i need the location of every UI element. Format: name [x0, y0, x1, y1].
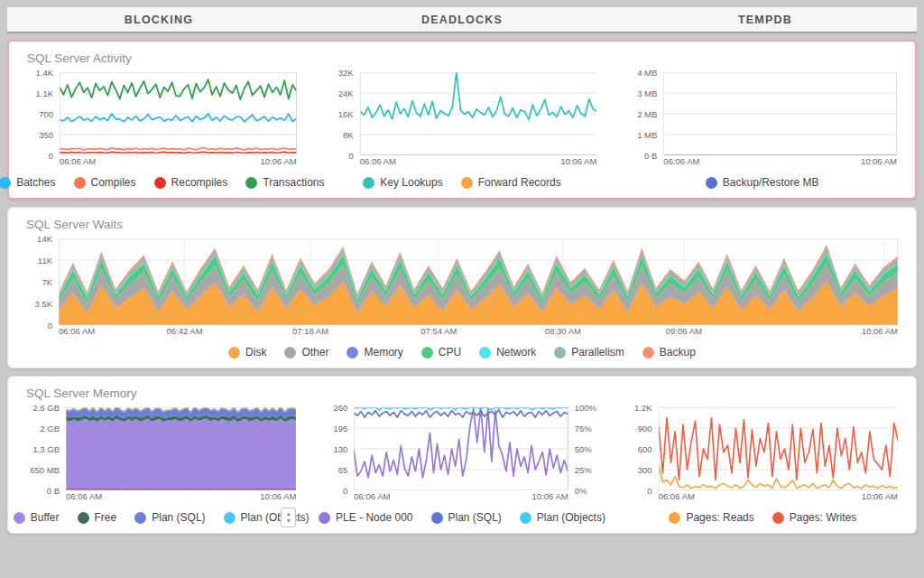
- legend-scroll-stepper[interactable]: ▲▼: [281, 508, 296, 527]
- right-y-axis-label: 75%: [575, 424, 592, 434]
- y-axis-label: 300: [638, 465, 652, 475]
- tab-tempdb[interactable]: TEMPDB: [614, 7, 917, 32]
- y-axis-label: 2 GB: [40, 424, 60, 434]
- legend-item[interactable]: Key Lookups: [363, 176, 442, 189]
- x-axis-label: 07:18 AM: [292, 326, 328, 336]
- y-axis-label: 3.5K: [34, 299, 52, 309]
- legend-label: Parallelism: [571, 346, 624, 359]
- waits-panel-title: SQL Server Waits: [26, 218, 901, 231]
- y-axis: 1.4K1.1K7003500: [23, 72, 56, 155]
- x-axis-label: 06:06 AM: [659, 491, 695, 501]
- plan-sql-legend-swatch: [431, 512, 443, 524]
- y-axis: 1.2K9006003000: [624, 407, 655, 490]
- y-axis-label: 0 B: [644, 151, 657, 161]
- legend-label: Plan (SQL): [448, 511, 502, 524]
- legend-label: Backup/Restore MB: [723, 176, 819, 189]
- legend-label: Pages: Reads: [686, 511, 753, 524]
- key-lookups-legend-swatch: [363, 177, 374, 189]
- ple-legend-swatch: [319, 512, 330, 524]
- panel-sql-server-activity: SQL Server Activity 1.4K1.1K700350006:06…: [7, 40, 917, 200]
- x-axis-label: 06:42 AM: [166, 326, 202, 336]
- y-axis-label: 14K: [37, 234, 52, 244]
- y-axis-label: 130: [333, 444, 347, 454]
- recompiles-legend-swatch: [154, 177, 166, 189]
- x-axis: 06:06 AM10:06 AM: [663, 155, 897, 167]
- legend-item[interactable]: Network: [479, 346, 536, 359]
- legend-item[interactable]: Memory: [346, 346, 402, 359]
- legend-item[interactable]: Other: [284, 346, 328, 359]
- y-axis-label: 0: [343, 486, 347, 496]
- y-axis-label: 0: [348, 151, 353, 161]
- legend-item[interactable]: Parallelism: [554, 346, 624, 359]
- legend-item[interactable]: Plan (Objects): [224, 511, 310, 524]
- plan-sql-legend-swatch: [134, 512, 146, 524]
- legend-item[interactable]: Free: [78, 511, 117, 524]
- other-legend-swatch: [284, 347, 296, 359]
- y-axis-label: 3 MB: [637, 89, 657, 98]
- legend-item[interactable]: Pages: Reads: [669, 511, 753, 524]
- legend-item[interactable]: PLE - Node 000: [319, 511, 412, 524]
- x-axis-label: 10:06 AM: [260, 491, 296, 501]
- x-axis: 06:06 AM10:06 AM: [659, 490, 898, 502]
- legend-item[interactable]: Recompiles: [154, 176, 228, 189]
- y-axis-label: 260: [333, 403, 347, 413]
- legend-item[interactable]: Backup: [642, 346, 696, 359]
- x-axis-label: 10:06 AM: [560, 156, 596, 166]
- x-axis-label: 10:06 AM: [862, 491, 898, 501]
- chart-legend: Key LookupsForward Records: [324, 172, 601, 192]
- y-axis: 4 MB3 MB2 MB1 MB0 B: [624, 72, 660, 155]
- panel-sql-server-waits: SQL Server Waits 14K11K7K3.5K006:06 AM06…: [7, 207, 917, 368]
- plot-area: [663, 72, 897, 155]
- activity-chart: 1.4K1.1K700350006:06 AM10:06 AMBatchesCo…: [23, 72, 300, 192]
- legend-label: Free: [95, 511, 117, 524]
- x-axis-label: 06:06 AM: [59, 326, 95, 336]
- legend-item[interactable]: Transactions: [245, 176, 324, 189]
- chart-legend: PLE - Node 000Plan (SQL)Plan (Objects): [323, 508, 600, 527]
- y-axis-label: 1 MB: [637, 130, 657, 140]
- y-axis-label: 0: [48, 321, 52, 331]
- chart-legend: Pages: ReadsPages: Writes: [624, 508, 901, 527]
- legend-item[interactable]: Pages: Writes: [772, 511, 856, 524]
- spinner-down-icon: ▼: [286, 517, 291, 525]
- legend-item[interactable]: Batches: [0, 176, 56, 189]
- x-axis-label: 09:06 AM: [666, 326, 702, 336]
- y-axis-label: 2.6 GB: [32, 403, 60, 413]
- spinner-up-icon: ▲: [286, 510, 291, 517]
- memory-panel-title: SQL Server Memory: [26, 387, 901, 400]
- tab-deadlocks[interactable]: DEADLOCKS: [310, 7, 614, 32]
- memory-legend-swatch: [346, 347, 358, 359]
- memory-ple-chart: 260195130650100%75%50%25%0%06:06 AM10:06…: [323, 407, 600, 527]
- y-axis-label: 1.1K: [35, 89, 53, 98]
- legend-label: Forward Records: [478, 176, 561, 189]
- tab-blocking[interactable]: BLOCKING: [7, 7, 310, 32]
- legend-item[interactable]: Plan (SQL): [431, 511, 502, 524]
- disk-legend-swatch: [228, 347, 240, 359]
- legend-label: Plan (Objects): [537, 511, 605, 524]
- right-y-axis-label: 25%: [575, 465, 592, 475]
- legend-item[interactable]: Disk: [228, 346, 266, 359]
- legend-item[interactable]: Compiles: [74, 176, 136, 189]
- legend-item[interactable]: Plan (Objects): [520, 511, 605, 524]
- x-axis-label: 07:54 AM: [420, 326, 457, 336]
- memory-pages-chart: 1.2K900600300006:06 AM10:06 AMPages: Rea…: [624, 407, 901, 527]
- right-y-axis-label: 0%: [575, 486, 587, 496]
- y-axis-label: 350: [39, 130, 53, 140]
- legend-item[interactable]: Plan (SQL): [134, 511, 205, 524]
- legend-item[interactable]: CPU: [421, 346, 461, 359]
- parallelism-legend-swatch: [554, 347, 566, 359]
- legend-item[interactable]: Buffer: [14, 511, 60, 524]
- legend-item[interactable]: Forward Records: [461, 176, 561, 189]
- y-axis-label: 650 MB: [30, 465, 60, 475]
- backup-restore-chart: 4 MB3 MB2 MB1 MB0 B06:06 AM10:06 AMBacku…: [624, 72, 901, 192]
- right-y-axis-label: 50%: [575, 444, 592, 454]
- plot-area: [659, 407, 898, 490]
- buffer-legend-swatch: [14, 512, 25, 524]
- legend-item[interactable]: Backup/Restore MB: [706, 176, 819, 189]
- y-axis-label: 2 MB: [637, 109, 657, 119]
- y-axis-label: 24K: [338, 89, 354, 98]
- x-axis: 06:06 AM10:06 AM: [66, 490, 296, 502]
- y-axis-label: 7K: [42, 277, 52, 287]
- y-axis-label: 1.4K: [35, 68, 53, 78]
- y-axis-label: 11K: [38, 256, 52, 266]
- legend-label: Compiles: [91, 176, 136, 189]
